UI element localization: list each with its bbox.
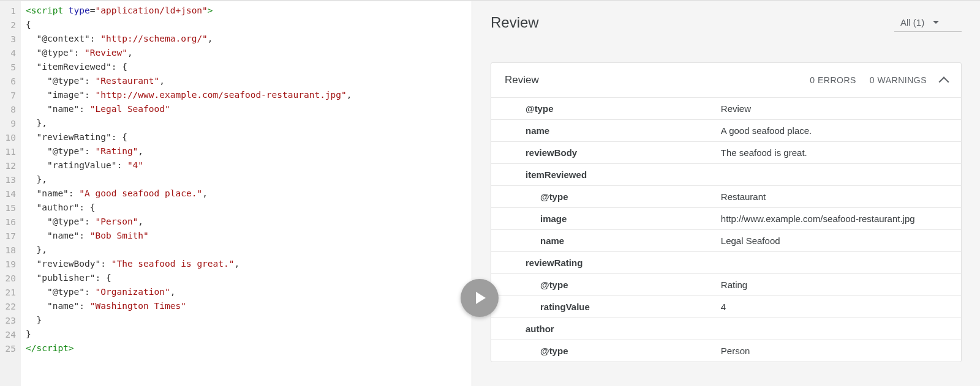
table-row[interactable]: @typeRating bbox=[491, 274, 961, 296]
prop-value: Restaurant bbox=[707, 186, 961, 208]
code-line: "name": "Legal Seafood" bbox=[26, 102, 472, 116]
table-row[interactable]: reviewBodyThe seafood is great. bbox=[491, 142, 961, 164]
results-pane: Review All (1) Review 0 ERRORS 0 WARNING… bbox=[472, 1, 980, 386]
warnings-count: 0 WARNINGS bbox=[870, 75, 927, 85]
code-line: } bbox=[26, 327, 472, 341]
line-number: 6 bbox=[0, 74, 21, 88]
prop-value: Review bbox=[707, 98, 961, 120]
table-row[interactable]: @typeRestaurant bbox=[491, 186, 961, 208]
line-number: 9 bbox=[0, 116, 21, 130]
code-line: "name": "Bob Smith" bbox=[26, 229, 472, 243]
code-line: </script> bbox=[26, 341, 472, 355]
line-number: 17 bbox=[0, 229, 21, 243]
chevron-down-icon bbox=[933, 21, 939, 24]
card-stats: 0 ERRORS 0 WARNINGS bbox=[810, 75, 948, 85]
card-title: Review bbox=[505, 74, 539, 86]
result-card: Review 0 ERRORS 0 WARNINGS @typeReviewna… bbox=[491, 62, 962, 362]
code-line: "itemReviewed": { bbox=[26, 60, 472, 74]
line-number-gutter: 1234567891011121314151617181920212223242… bbox=[0, 1, 21, 386]
prop-key: reviewRating bbox=[491, 252, 707, 274]
code-editor-pane: 1234567891011121314151617181920212223242… bbox=[0, 1, 472, 386]
line-number: 12 bbox=[0, 158, 21, 173]
line-number: 3 bbox=[0, 32, 21, 46]
code-line: "publisher": { bbox=[26, 271, 472, 285]
line-number: 5 bbox=[0, 60, 21, 74]
prop-value: Person bbox=[707, 340, 961, 362]
table-row[interactable]: @typePerson bbox=[491, 340, 961, 362]
table-row[interactable]: nameA good seafood place. bbox=[491, 120, 961, 142]
result-card-header[interactable]: Review 0 ERRORS 0 WARNINGS bbox=[491, 63, 961, 97]
code-line: "@type": "Restaurant", bbox=[26, 74, 472, 88]
code-content[interactable]: <script type="application/ld+json">{ "@c… bbox=[21, 1, 472, 386]
line-number: 16 bbox=[0, 215, 21, 229]
prop-key: @type bbox=[491, 186, 707, 208]
filter-label: All (1) bbox=[900, 17, 924, 28]
errors-count: 0 ERRORS bbox=[810, 75, 856, 85]
prop-value: The seafood is great. bbox=[707, 142, 961, 164]
prop-key: @type bbox=[491, 274, 707, 296]
line-number: 2 bbox=[0, 18, 21, 32]
code-line: "@type": "Review", bbox=[26, 46, 472, 60]
line-number: 14 bbox=[0, 187, 21, 201]
prop-key: itemReviewed bbox=[491, 164, 707, 186]
line-number: 15 bbox=[0, 201, 21, 215]
code-line: "reviewBody": "The seafood is great.", bbox=[26, 257, 472, 271]
code-line: "name": "Washington Times" bbox=[26, 299, 472, 313]
table-row[interactable]: ratingValue4 bbox=[491, 296, 961, 318]
prop-key: author bbox=[491, 318, 707, 340]
prop-key: @type bbox=[491, 340, 707, 362]
table-row[interactable]: reviewRating bbox=[491, 252, 961, 274]
prop-key: reviewBody bbox=[491, 142, 707, 164]
line-number: 10 bbox=[0, 130, 21, 144]
prop-key: name bbox=[491, 230, 707, 252]
chevron-up-icon bbox=[939, 76, 949, 87]
table-row[interactable]: itemReviewed bbox=[491, 164, 961, 186]
run-test-button[interactable] bbox=[461, 279, 499, 317]
prop-key: image bbox=[491, 208, 707, 230]
line-number: 11 bbox=[0, 144, 21, 158]
code-line: "image": "http://www.example.com/seafood… bbox=[26, 88, 472, 102]
code-line: "@type": "Organization", bbox=[26, 285, 472, 299]
code-line: } bbox=[26, 313, 472, 327]
property-table: @typeReviewnameA good seafood place.revi… bbox=[491, 97, 961, 362]
line-number: 4 bbox=[0, 46, 21, 60]
prop-value: Legal Seafood bbox=[707, 230, 961, 252]
code-line: }, bbox=[26, 173, 472, 187]
line-number: 22 bbox=[0, 299, 21, 313]
prop-value: 4 bbox=[707, 296, 961, 318]
line-number: 19 bbox=[0, 257, 21, 271]
results-header: Review All (1) bbox=[472, 1, 980, 44]
line-number: 13 bbox=[0, 173, 21, 187]
code-line: "@context": "http://schema.org/", bbox=[26, 32, 472, 46]
prop-value: A good seafood place. bbox=[707, 120, 961, 142]
line-number: 25 bbox=[0, 341, 21, 355]
prop-key: name bbox=[491, 120, 707, 142]
play-icon bbox=[476, 292, 486, 304]
table-row[interactable]: nameLegal Seafood bbox=[491, 230, 961, 252]
code-line: }, bbox=[26, 116, 472, 130]
line-number: 8 bbox=[0, 102, 21, 116]
prop-value: http://www.example.com/seafood-restauran… bbox=[707, 208, 961, 230]
table-row[interactable]: imagehttp://www.example.com/seafood-rest… bbox=[491, 208, 961, 230]
code-line: { bbox=[26, 18, 472, 32]
table-row[interactable]: @typeReview bbox=[491, 98, 961, 120]
line-number: 21 bbox=[0, 285, 21, 299]
prop-key: ratingValue bbox=[491, 296, 707, 318]
code-line: "ratingValue": "4" bbox=[26, 158, 472, 173]
line-number: 23 bbox=[0, 313, 21, 327]
prop-value bbox=[707, 164, 961, 186]
line-number: 7 bbox=[0, 88, 21, 102]
line-number: 24 bbox=[0, 327, 21, 341]
results-filter-dropdown[interactable]: All (1) bbox=[894, 13, 962, 32]
code-line: "@type": "Person", bbox=[26, 215, 472, 229]
prop-key: @type bbox=[491, 98, 707, 120]
table-row[interactable]: author bbox=[491, 318, 961, 340]
code-line: }, bbox=[26, 243, 472, 257]
results-title: Review bbox=[491, 14, 539, 31]
code-line: "author": { bbox=[26, 201, 472, 215]
prop-value bbox=[707, 318, 961, 340]
code-line: <script type="application/ld+json"> bbox=[26, 4, 472, 18]
line-number: 18 bbox=[0, 243, 21, 257]
prop-value: Rating bbox=[707, 274, 961, 296]
code-line: "reviewRating": { bbox=[26, 130, 472, 144]
